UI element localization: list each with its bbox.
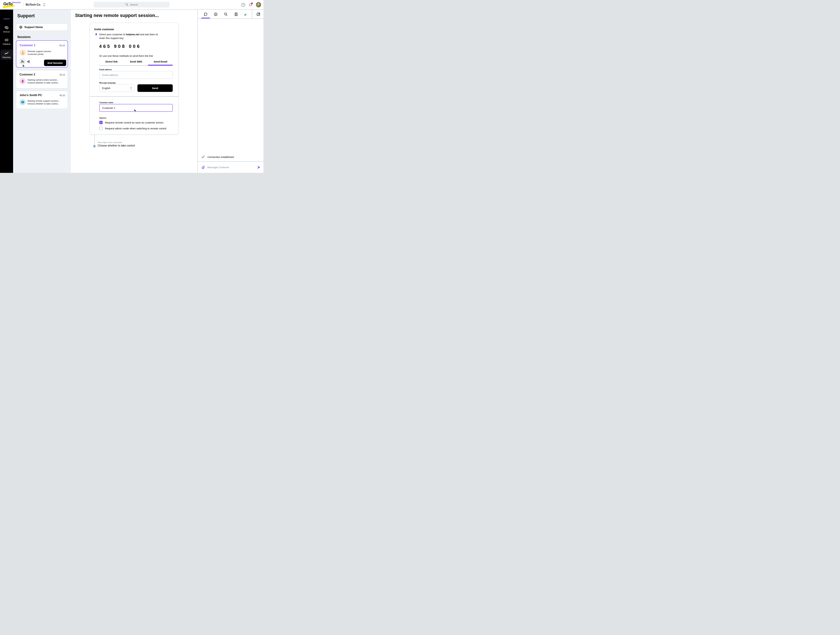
nav-devices-label: Devices xyxy=(3,31,10,33)
nav-item-devices[interactable]: Devices xyxy=(0,26,13,33)
person-avatar-icon xyxy=(20,49,26,56)
message-customer-input[interactable] xyxy=(207,166,254,169)
goto-resolve-logo[interactable]: GoTo Resolve xyxy=(3,1,22,8)
session-side-panel: Connection established. xyxy=(197,9,264,173)
tab-direct-link[interactable]: Direct link xyxy=(99,60,124,65)
search-placeholder: Search xyxy=(130,3,138,6)
support-domain: helpme.net xyxy=(126,33,139,36)
check-icon: ✓ xyxy=(100,121,102,124)
bullet-dot xyxy=(95,33,97,35)
nav-helpdesk-label: Helpdesk xyxy=(3,43,10,45)
message-composer xyxy=(198,162,264,173)
add-person-button[interactable] xyxy=(21,60,24,63)
language-label: Message language xyxy=(99,82,116,84)
user-avatar[interactable] xyxy=(256,2,261,7)
info-icon xyxy=(214,12,218,16)
session-title: Customer 2 xyxy=(19,73,35,76)
session-status-line: Customer joined xyxy=(28,53,51,55)
computer-bolt-icon xyxy=(19,99,26,105)
language-value: English xyxy=(102,87,111,90)
support-key: 465 908 006 xyxy=(99,44,141,49)
nav-item-support[interactable]: Support xyxy=(0,17,13,20)
primary-nav: Support Devices Helpdesk Reporting xyxy=(0,9,13,173)
nav-reporting-label: Reporting xyxy=(3,56,11,58)
next-steps-caption: Next steps once connected: xyxy=(98,141,123,144)
invite-heading: Invite customer xyxy=(94,28,114,31)
session-timer: 01:12 xyxy=(60,94,65,96)
timeline-connector xyxy=(94,134,95,145)
invite-customer-card: Invite customer Direct your customer to … xyxy=(90,23,178,134)
top-header: GoTo Resolve BizTech Co. Search ? xyxy=(0,0,264,9)
search-tab[interactable] xyxy=(224,12,228,16)
company-selector[interactable]: BizTech Co. xyxy=(26,3,46,7)
invite-instruction: Direct your customer to helpme.net and a… xyxy=(99,33,158,40)
info-tab[interactable] xyxy=(214,12,218,16)
stats-tab[interactable] xyxy=(243,12,248,16)
search-icon xyxy=(125,3,128,6)
email-input[interactable] xyxy=(99,71,173,79)
connection-status: Connection established. xyxy=(201,155,234,159)
options-label: Options xyxy=(99,117,106,119)
send-message-icon[interactable] xyxy=(257,165,261,169)
nav-item-reporting[interactable]: Reporting xyxy=(0,49,13,60)
session-timer: 01:12 xyxy=(60,73,65,76)
chevron-sort-icon[interactable] xyxy=(43,3,46,7)
session-notes-tab[interactable] xyxy=(234,12,238,16)
transfer-session-button[interactable] xyxy=(27,60,30,63)
notifications-button[interactable] xyxy=(248,3,253,7)
check-icon xyxy=(201,155,205,159)
support-sidebar: Support Support Home Sessions Customer 1… xyxy=(13,9,71,173)
notification-badge xyxy=(251,3,253,5)
timeline-dot xyxy=(93,145,96,147)
sidebar-title: Support xyxy=(17,13,35,19)
support-home-label: Support Home xyxy=(24,26,43,29)
option-label: Request admin mode when switching to rem… xyxy=(105,127,166,130)
language-select[interactable]: English xyxy=(99,84,134,92)
session-status-line: Starting remote support session... xyxy=(27,100,60,102)
option-request-admin-mode[interactable]: ✓ Request admin mode when switching to r… xyxy=(99,127,166,130)
chat-icon xyxy=(204,12,208,16)
session-notes-icon xyxy=(234,12,238,16)
send-button[interactable]: Send xyxy=(137,84,173,92)
customer-name-input[interactable] xyxy=(99,104,173,112)
search-icon xyxy=(224,12,228,16)
main-content: Starting new remote support session... I… xyxy=(71,9,197,173)
checkbox-unchecked[interactable]: ✓ xyxy=(99,127,103,130)
attachment-icon[interactable] xyxy=(201,166,205,169)
tab-send-email[interactable]: Send Email xyxy=(148,60,173,65)
global-search-input[interactable]: Search xyxy=(93,2,170,7)
connection-status-text: Connection established. xyxy=(207,156,234,158)
option-request-remote-control[interactable]: ✓ Request remote control as soon as cust… xyxy=(99,121,163,124)
chat-tab[interactable] xyxy=(204,12,208,16)
customer-name-label: Customer name xyxy=(99,101,113,103)
chevron-sort-icon xyxy=(130,86,132,90)
session-card-customer-1[interactable]: Customer 1 01:12 Remote support session … xyxy=(16,40,68,68)
option-label: Request remote control as soon as custom… xyxy=(105,121,163,124)
active-tab-indicator xyxy=(148,65,173,66)
stats-icon xyxy=(243,12,248,16)
popout-button[interactable] xyxy=(256,12,261,16)
logo-resolve-text: Resolve xyxy=(12,1,21,4)
support-home-button[interactable]: Support Home xyxy=(16,24,68,31)
help-icon[interactable]: ? xyxy=(242,3,245,7)
nav-support-label: Support xyxy=(3,17,10,20)
session-status-line: Starting camera share session... xyxy=(27,79,60,81)
support-home-icon xyxy=(19,25,22,29)
session-title: Customer 1 xyxy=(20,44,35,47)
checkbox-checked[interactable]: ✓ xyxy=(99,121,103,124)
next-steps-text: Choose whether to take control xyxy=(98,144,135,147)
session-card-johns-smith-pc[interactable]: John’s Smith PC 01:12 Starting remote su… xyxy=(16,91,68,109)
devices-icon xyxy=(5,26,9,30)
page-title: Starting new remote support session... xyxy=(75,13,159,18)
nav-item-helpdesk[interactable]: Helpdesk xyxy=(0,38,13,45)
session-card-customer-2[interactable]: Customer 2 01:12 Starting camera share s… xyxy=(16,70,68,88)
helpdesk-icon xyxy=(5,38,9,42)
toolbar-divider xyxy=(252,9,252,19)
popout-icon xyxy=(256,12,261,16)
logo-goto-text: GoTo xyxy=(3,2,13,6)
end-session-button[interactable]: End Session xyxy=(44,60,66,66)
reporting-icon xyxy=(5,51,9,55)
mobile-device-icon xyxy=(19,78,26,84)
tab-send-sms[interactable]: Send SMS xyxy=(124,60,148,65)
sessions-heading: Sessions xyxy=(17,35,31,39)
